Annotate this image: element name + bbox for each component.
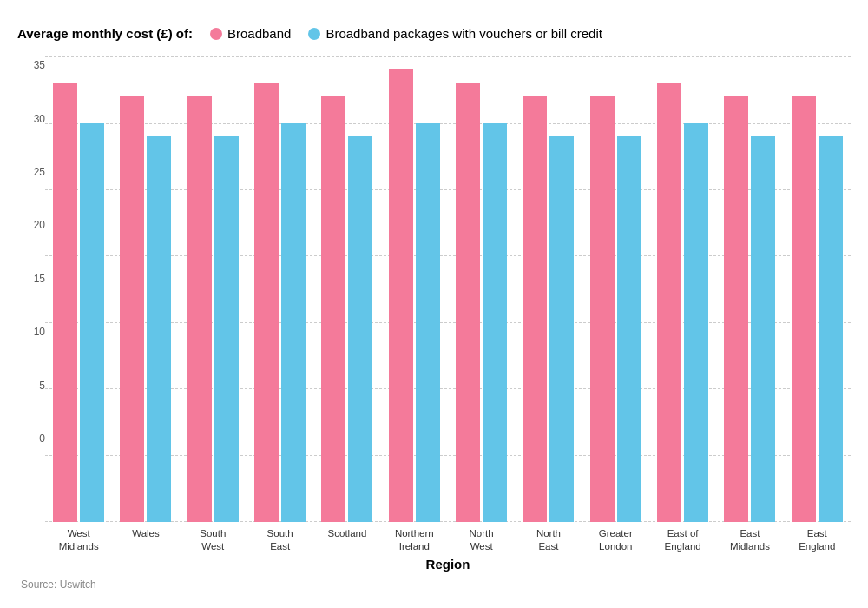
bar-group xyxy=(716,56,783,522)
bar-vouchers xyxy=(281,123,306,523)
x-axis-label: EastEngland xyxy=(784,527,851,553)
bar-vouchers xyxy=(684,123,708,523)
x-axis-label: NorthernIreland xyxy=(381,527,448,553)
bar-group xyxy=(784,56,851,522)
broadband-vouchers-label: Broadband packages with vouchers or bill… xyxy=(326,26,602,41)
bar-vouchers xyxy=(416,123,440,523)
bar-group xyxy=(180,56,247,522)
bar-vouchers xyxy=(147,136,171,522)
bar-vouchers xyxy=(214,136,239,522)
bar-broadband xyxy=(321,96,345,522)
chart-area: 05101520253035 xyxy=(17,56,851,522)
legend-broadband: Broadband xyxy=(210,26,291,41)
chart-title: Average monthly cost (£) of: xyxy=(17,26,193,41)
bar-broadband xyxy=(389,69,413,522)
y-axis-label: 15 xyxy=(17,274,45,284)
bar-group xyxy=(448,56,515,522)
bar-group xyxy=(45,56,112,522)
bar-vouchers xyxy=(549,136,574,522)
y-axis-label: 5 xyxy=(17,380,45,391)
y-axis-label: 35 xyxy=(17,60,45,70)
bar-vouchers xyxy=(80,123,104,523)
x-axis-label: Scotland xyxy=(313,527,380,553)
chart-legend: Average monthly cost (£) of: Broadband B… xyxy=(17,26,851,41)
y-axis-label: 20 xyxy=(17,220,45,230)
bar-broadband xyxy=(456,83,480,522)
chart-plot xyxy=(45,56,851,522)
y-axis-label: 25 xyxy=(17,167,45,177)
x-axis-label: NorthEast xyxy=(515,527,582,553)
bar-group xyxy=(582,56,649,522)
x-axis-label: NorthWest xyxy=(448,527,515,553)
bar-group xyxy=(649,56,716,522)
bar-broadband xyxy=(120,96,144,522)
bar-group xyxy=(313,56,380,522)
x-axis-label: EastMidlands xyxy=(716,527,783,553)
x-axis-label: East ofEngland xyxy=(649,527,716,553)
x-labels-row: WestMidlandsWalesSouthWestSouthEastScotl… xyxy=(17,527,851,553)
broadband-label: Broadband xyxy=(227,26,291,41)
x-axis-label: WestMidlands xyxy=(45,527,112,553)
bar-group xyxy=(515,56,582,522)
source-label: Source: Uswitch xyxy=(17,578,851,591)
bar-broadband xyxy=(254,83,279,522)
x-axis-title: Region xyxy=(17,557,851,572)
bar-broadband xyxy=(523,96,547,522)
x-axis-label: SouthEast xyxy=(247,527,313,553)
bar-vouchers xyxy=(819,136,843,522)
bars-row xyxy=(45,56,851,522)
bar-vouchers xyxy=(348,136,372,522)
y-axis-label: 30 xyxy=(17,114,45,124)
bar-broadband xyxy=(187,96,212,522)
x-labels-inner: WestMidlandsWalesSouthWestSouthEastScotl… xyxy=(45,527,851,553)
x-axis-label: Wales xyxy=(112,527,179,553)
bar-broadband xyxy=(792,96,816,522)
chart-container: Average monthly cost (£) of: Broadband B… xyxy=(0,0,868,608)
broadband-vouchers-dot xyxy=(308,28,320,40)
legend-broadband-vouchers: Broadband packages with vouchers or bill… xyxy=(308,26,602,41)
bar-vouchers xyxy=(617,136,641,522)
bar-group xyxy=(381,56,448,522)
x-axis-label: SouthWest xyxy=(180,527,247,553)
bar-broadband xyxy=(590,96,615,522)
y-axis-label: 10 xyxy=(17,327,45,337)
y-axis: 05101520253035 xyxy=(17,56,45,522)
grid-and-bars xyxy=(45,56,851,522)
bar-broadband xyxy=(657,83,681,522)
y-axis-label: 0 xyxy=(17,433,45,444)
broadband-dot xyxy=(210,28,222,40)
bar-vouchers xyxy=(751,136,775,522)
bar-group xyxy=(112,56,179,522)
bar-group xyxy=(247,56,313,522)
bar-broadband xyxy=(724,96,748,522)
bar-broadband xyxy=(53,83,77,522)
x-axis-label: GreaterLondon xyxy=(582,527,649,553)
bar-vouchers xyxy=(483,123,507,523)
